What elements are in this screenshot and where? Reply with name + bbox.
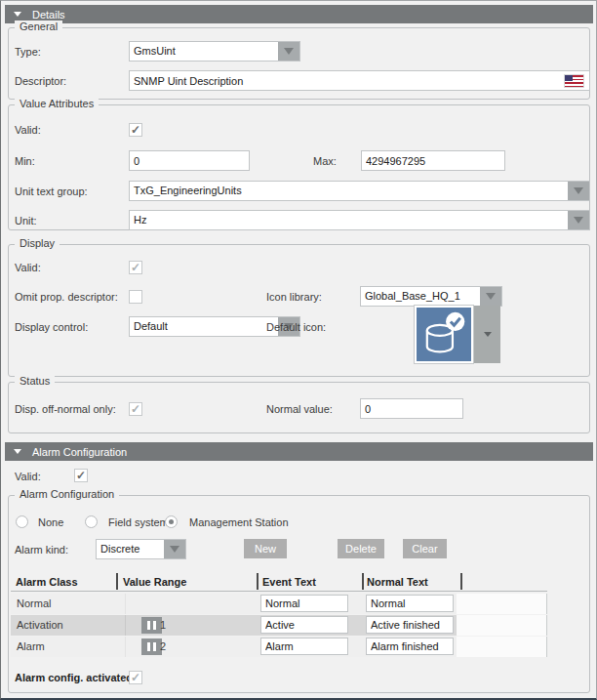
normal-text-input[interactable] <box>366 616 454 634</box>
collapse-arrow-icon <box>14 12 21 17</box>
unit-text-group-value: TxG_EngineeringUnits <box>130 182 568 200</box>
alarm-valid-label: Valid: <box>15 471 41 482</box>
disp-offnormal-only-checkbox[interactable]: ✓ <box>129 402 142 416</box>
default-icon-label: Default icon: <box>266 321 326 333</box>
check-icon: ✓ <box>75 470 87 481</box>
dropdown-arrow-icon <box>284 48 294 55</box>
radio-management-station[interactable] <box>165 515 178 528</box>
col-header-normal-text: Normal Text <box>367 576 428 588</box>
table-header-underline <box>11 591 547 592</box>
table-row-activation[interactable]: Activation 1 <box>11 615 457 636</box>
min-label: Min: <box>15 155 35 167</box>
database-check-icon <box>417 308 471 361</box>
value-range-cell: 1 <box>160 619 166 631</box>
type-dropdown-button[interactable] <box>278 42 299 61</box>
unit-text-group-dropdown[interactable]: TxG_EngineeringUnits <box>129 181 590 201</box>
check-icon: ✓ <box>130 672 141 683</box>
alarm-class-cell: Activation <box>17 619 63 631</box>
check-icon: ✓ <box>130 124 141 136</box>
new-button[interactable]: New <box>244 539 287 558</box>
unit-dropdown-button[interactable] <box>568 211 589 229</box>
descriptor-label: Descriptor: <box>15 75 66 87</box>
clear-button[interactable]: Clear <box>403 539 447 558</box>
display-control-label: Display control: <box>15 321 88 333</box>
column-separator <box>362 573 364 590</box>
radio-none[interactable] <box>16 515 28 528</box>
type-dropdown-value: GmsUint <box>130 42 278 61</box>
disp-offnormal-only-label: Disp. off-normal only: <box>15 403 116 415</box>
us-flag-language-icon[interactable] <box>565 75 583 87</box>
value-range-button[interactable] <box>141 638 162 655</box>
omit-prop-descriptor-label: Omit prop. descriptor: <box>15 291 118 303</box>
dropdown-arrow-icon <box>574 187 583 194</box>
alarm-kind-dropdown-button[interactable] <box>164 540 185 558</box>
icon-library-dropdown[interactable]: Global_Base_HQ_1 <box>360 286 502 307</box>
default-icon-picker-button[interactable] <box>474 306 500 363</box>
event-text-input[interactable] <box>260 595 348 612</box>
normal-text-input[interactable] <box>366 638 454 655</box>
type-label: Type: <box>15 46 41 58</box>
cell-separator <box>125 594 126 614</box>
event-text-input[interactable] <box>260 638 348 655</box>
icon-library-label: Icon library: <box>266 291 322 303</box>
value-attributes-legend: Value Attributes <box>15 98 99 109</box>
alarm-class-cell: Alarm <box>17 640 45 652</box>
min-input[interactable] <box>129 150 250 171</box>
dropdown-arrow-icon <box>484 332 492 337</box>
default-icon-tile[interactable] <box>415 306 473 363</box>
dropdown-arrow-icon <box>574 217 583 224</box>
icon-library-value: Global_Base_HQ_1 <box>361 287 480 306</box>
omit-prop-descriptor-checkbox[interactable] <box>129 290 142 304</box>
table-row-alarm[interactable]: Alarm 2 <box>11 637 457 657</box>
unit-dropdown[interactable]: Hz <box>129 210 590 230</box>
radio-field-system[interactable] <box>85 515 98 528</box>
delete-button[interactable]: Delete <box>338 539 384 558</box>
alarm-config-activated-label: Alarm config. activated: <box>15 672 137 683</box>
event-text-input[interactable] <box>260 616 348 634</box>
unit-label: Unit: <box>15 215 37 226</box>
alarm-config-activated-checkbox[interactable]: ✓ <box>129 671 142 684</box>
value-range-button[interactable] <box>141 617 162 634</box>
value-range-cell: 2 <box>160 640 166 652</box>
unit-dropdown-value: Hz <box>130 211 568 229</box>
table-row-normal[interactable]: Normal <box>11 594 457 614</box>
alarm-kind-dropdown[interactable]: Discrete <box>96 539 186 559</box>
dropdown-arrow-icon <box>170 546 179 553</box>
column-separator <box>257 573 259 590</box>
max-input[interactable] <box>361 150 505 171</box>
valid-checkbox[interactable]: ✓ <box>129 123 142 137</box>
dropdown-arrow-icon <box>486 293 496 300</box>
alarm-configuration-section-header[interactable]: Alarm Configuration <box>5 442 593 461</box>
details-section-header[interactable]: Details <box>5 5 593 23</box>
radio-field-system-label: Field system <box>108 516 169 528</box>
check-icon: ✓ <box>130 262 141 273</box>
normal-value-input[interactable] <box>360 398 463 419</box>
column-separator <box>460 573 462 590</box>
col-header-event-text: Event Text <box>262 576 316 588</box>
cell-separator <box>125 637 126 657</box>
radio-none-label: None <box>38 516 63 528</box>
descriptor-input[interactable] <box>129 70 590 91</box>
valid-label: Valid: <box>15 124 41 136</box>
alarm-valid-checkbox[interactable]: ✓ <box>74 469 88 482</box>
details-panel: Details General Type: GmsUint Descriptor… <box>0 0 597 700</box>
alarm-kind-value: Discrete <box>97 540 164 558</box>
collapse-arrow-icon <box>14 449 21 454</box>
col-header-value-range: Value Range <box>123 576 186 588</box>
table-row-extra-cell <box>457 594 547 614</box>
unit-text-group-dropdown-button[interactable] <box>568 182 589 200</box>
display-valid-checkbox[interactable]: ✓ <box>129 261 142 274</box>
alarm-kind-label: Alarm kind: <box>15 544 68 556</box>
type-dropdown[interactable]: GmsUint <box>129 41 300 62</box>
icon-library-dropdown-button[interactable] <box>480 287 501 306</box>
cell-separator <box>125 615 126 636</box>
display-control-value: Default <box>130 317 278 336</box>
alarm-class-cell: Normal <box>17 597 51 609</box>
normal-text-input[interactable] <box>366 595 454 612</box>
details-section-title: Details <box>32 9 65 21</box>
alarm-configuration-legend: Alarm Configuration <box>15 488 119 500</box>
display-group-legend: Display <box>15 237 60 249</box>
column-separator <box>116 573 118 590</box>
table-row-extra-cell <box>457 615 547 636</box>
check-icon: ✓ <box>130 403 141 415</box>
